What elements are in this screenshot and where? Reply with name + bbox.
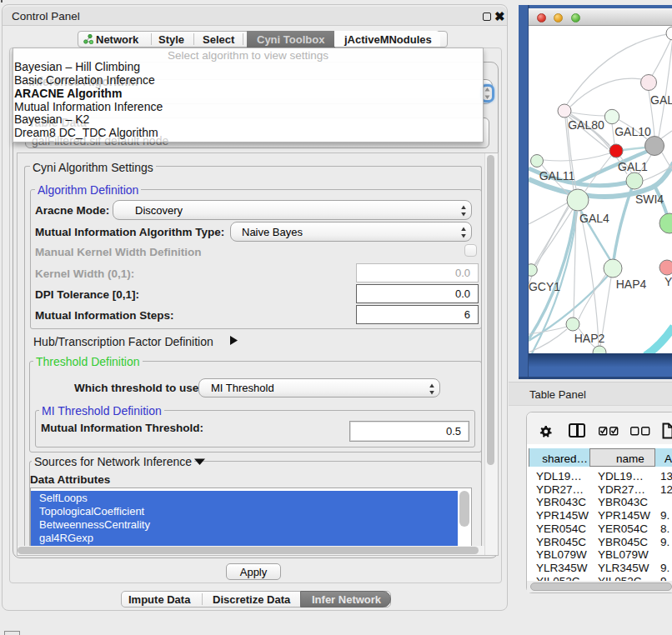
svg-text:SWI4: SWI4 [635,192,664,206]
svg-text:GAL7: GAL7 [650,93,672,107]
svg-text:GAL10: GAL10 [614,125,651,138]
svg-text:YJ: YJ [664,275,672,288]
svg-text:HAP4: HAP4 [616,278,647,291]
svg-text:GCY1: GCY1 [529,280,560,293]
svg-text:GAL4: GAL4 [579,212,609,225]
svg-text:GAL1: GAL1 [618,160,648,173]
svg-text:HAP2: HAP2 [574,332,605,345]
svg-text:GAL80: GAL80 [568,118,604,132]
svg-text:GAL11: GAL11 [539,169,575,182]
